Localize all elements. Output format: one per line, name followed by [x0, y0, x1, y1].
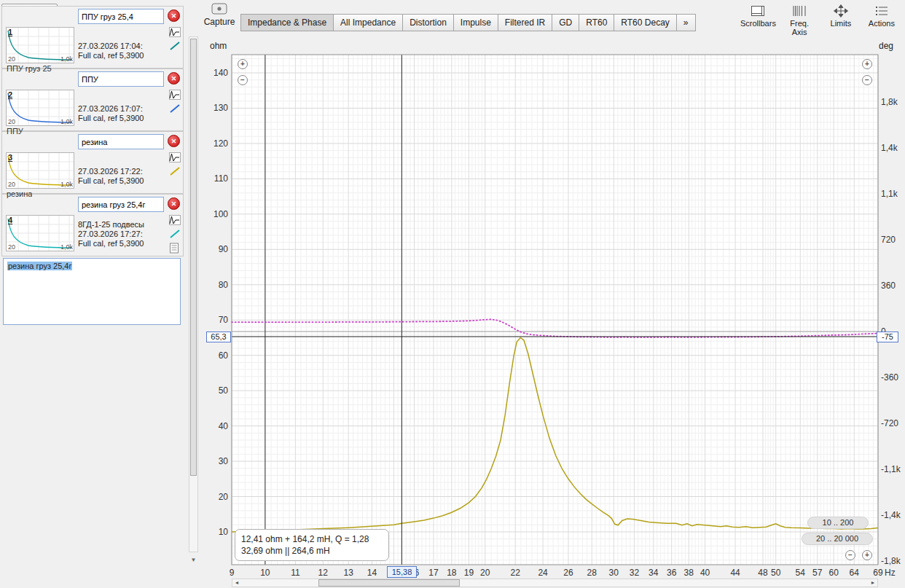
trace-color-icon[interactable] [169, 103, 181, 114]
thumb-min-freq: 20 [8, 181, 15, 188]
scroll-left-icon[interactable]: ◄ [232, 579, 241, 587]
tab-gd[interactable]: GD [552, 14, 579, 31]
limits-icon [834, 4, 848, 17]
thumb-min-freq: 20 [8, 119, 15, 125]
measurement-card-3[interactable]: 3 20 1,0k ✕ 27.03.2026 17:22: Full cal, … [1, 131, 184, 194]
delete-measurement-button[interactable]: ✕ [168, 72, 180, 85]
zoom-in-top-right-icon[interactable]: + [862, 59, 872, 69]
tool-actions-button[interactable]: Actions [865, 4, 898, 36]
tab-all-impedance[interactable]: All Impedance [334, 14, 403, 31]
svg-text:50: 50 [219, 385, 229, 396]
measurement-thumbnail[interactable]: 2 20 1,0k [6, 90, 74, 126]
svg-text:19: 19 [464, 568, 474, 578]
tab-distortion[interactable]: Distortion [403, 14, 454, 31]
svg-text:-720: -720 [881, 418, 898, 428]
measurement-name-input[interactable] [78, 197, 164, 212]
notes-icon[interactable] [169, 243, 179, 254]
measurement-meta: 27.03.2026 17:22: Full cal, ref 5,3900 [78, 167, 167, 186]
tab-impedance-phase[interactable]: Impedance & Phase [240, 14, 334, 31]
measurement-name-input[interactable] [78, 134, 164, 149]
trace-color-icon[interactable] [169, 41, 181, 51]
measurement-thumbnail[interactable]: 3 20 1,0k [6, 152, 74, 189]
tool-scrollbars-button[interactable]: Scrollbars [740, 4, 775, 36]
svg-text:-1,8k: -1,8k [881, 556, 901, 566]
measurement-date: 27.03.2026 17:27: [78, 230, 167, 239]
sidebar-scrollbar-thumb[interactable] [190, 39, 197, 476]
tool-label: Actions [865, 19, 898, 28]
zoom-out-top-left-icon[interactable]: − [238, 75, 248, 85]
svg-text:11: 11 [291, 568, 300, 578]
capture-button[interactable]: Capture [203, 2, 235, 27]
freq-range-button-20-20000[interactable]: 20 .. 20 000 [802, 533, 873, 545]
zoom-in-bottom-right-icon[interactable]: + [862, 550, 872, 560]
delete-measurement-button[interactable]: ✕ [168, 9, 180, 22]
svg-text:130: 130 [213, 103, 228, 113]
svg-text:40: 40 [219, 421, 229, 431]
zoom-out-top-right-icon[interactable]: − [862, 75, 872, 85]
left-axis-unit: ohm [210, 41, 227, 51]
notes-box[interactable]: резина груз 25,4г [3, 258, 181, 325]
measurement-label: ППУ [7, 127, 23, 136]
tab-filtered-ir[interactable]: Filtered IR [498, 14, 552, 31]
svg-text:57: 57 [812, 568, 823, 578]
measurement-index: 2 [8, 90, 12, 99]
tab-overflow[interactable]: » [677, 14, 696, 31]
measurement-extra: 8ГД-1-25 подвесы [78, 220, 167, 230]
thumb-max-freq: 1,0k [60, 56, 73, 63]
sidebar-scrollbar[interactable] [189, 36, 198, 552]
tooltip-line-1: 12,41 ohm + 164,2 mH, Q = 1,28 [241, 533, 383, 545]
tab-rt60[interactable]: RT60 [579, 14, 614, 31]
measurement-date: 27.03.2026 17:04: [78, 42, 167, 51]
svg-text:720: 720 [881, 235, 896, 245]
svg-text:1,4k: 1,4k [881, 143, 898, 153]
minigraph-icon[interactable] [169, 90, 181, 100]
svg-text:54: 54 [796, 568, 806, 578]
svg-text:-1,1k: -1,1k [881, 464, 901, 474]
svg-text:32: 32 [630, 568, 640, 578]
svg-text:48: 48 [758, 568, 768, 578]
measurement-date: 27.03.2026 17:22: [78, 167, 167, 176]
measurement-thumbnail[interactable]: 4 20 1,0k [6, 215, 74, 251]
svg-text:9: 9 [230, 568, 235, 578]
axis-labels: 1020304050607080901001101201301401,8k1,4… [213, 68, 901, 578]
thumb-max-freq: 1,0k [60, 181, 73, 188]
tab-rt60-decay[interactable]: RT60 Decay [614, 14, 676, 31]
zoom-in-top-left-icon[interactable]: + [238, 59, 248, 69]
freq-axis-icon [792, 4, 807, 17]
zoom-out-bottom-right-icon[interactable]: − [845, 550, 855, 560]
trace-color-icon[interactable] [169, 166, 181, 176]
svg-text:-1,4k: -1,4k [881, 510, 901, 520]
measurement-card-4[interactable]: 4 20 1,0k ✕ 8ГД-1-25 подвесы 27.03.2026 … [1, 194, 184, 256]
delete-measurement-button[interactable]: ✕ [168, 197, 180, 210]
svg-text:24: 24 [538, 568, 548, 578]
minigraph-icon[interactable] [169, 215, 181, 225]
svg-text:-360: -360 [881, 372, 898, 383]
thumb-max-freq: 1,0k [60, 119, 73, 125]
delete-measurement-button[interactable]: ✕ [168, 135, 180, 147]
measurement-card-1[interactable]: 1 20 1,0k ✕ 27.03.2026 17:04: Full cal, … [1, 6, 184, 68]
tab-impulse[interactable]: Impulse [454, 14, 498, 31]
minigraph-icon[interactable] [169, 27, 181, 37]
cursor-frequency-readout: 15,38 [387, 566, 417, 578]
measurement-name-input[interactable] [78, 9, 164, 24]
sidebar-scroll-down-icon[interactable]: ▼ [189, 555, 198, 565]
tool-limits-button[interactable]: Limits [824, 4, 858, 36]
tool-freq-axis-button[interactable]: Freq. Axis [782, 4, 816, 36]
svg-text:30: 30 [609, 568, 619, 578]
measurement-thumbnail[interactable]: 1 20 1,0k [6, 27, 74, 63]
freq-range-button-10-200[interactable]: 10 .. 200 [807, 517, 869, 529]
thumb-max-freq: 1,0k [60, 244, 73, 251]
notes-text: резина груз 25,4г [7, 262, 72, 270]
measurement-label: резина [7, 189, 32, 198]
chart-scrollbar-thumb[interactable] [318, 579, 460, 587]
chart-horizontal-scrollbar[interactable]: ◄ ► [232, 579, 878, 587]
measurement-cal: Full cal, ref 5,3900 [78, 176, 167, 186]
svg-text:34: 34 [649, 568, 659, 578]
minigraph-icon[interactable] [169, 152, 181, 162]
scroll-right-icon[interactable]: ► [869, 579, 877, 587]
trace-color-icon[interactable] [169, 229, 181, 239]
measurement-card-2[interactable]: 2 20 1,0k ✕ 27.03.2026 17:07: Full cal, … [1, 68, 184, 131]
svg-text:90: 90 [219, 244, 229, 254]
measurement-name-input[interactable] [78, 71, 164, 87]
svg-text:1,8k: 1,8k [881, 97, 898, 107]
